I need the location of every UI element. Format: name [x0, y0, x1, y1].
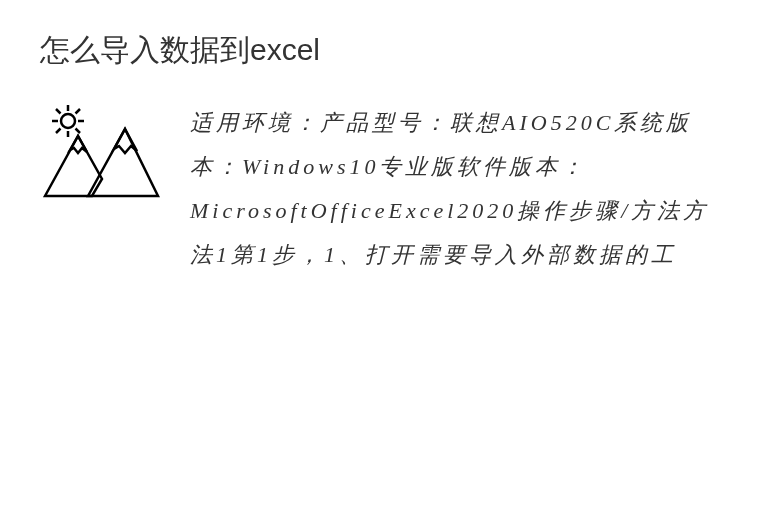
svg-point-0 — [61, 114, 75, 128]
article-content-row: 适用环境：产品型号：联想AIO520C系统版本：Windows10专业版软件版本… — [40, 101, 728, 277]
svg-line-6 — [76, 129, 81, 134]
mountain-sun-icon — [40, 101, 160, 211]
svg-line-5 — [56, 109, 61, 114]
svg-line-8 — [76, 109, 81, 114]
svg-line-7 — [56, 129, 61, 134]
article-title: 怎么导入数据到excel — [40, 30, 728, 71]
article-body: 适用环境：产品型号：联想AIO520C系统版本：Windows10专业版软件版本… — [190, 101, 728, 277]
